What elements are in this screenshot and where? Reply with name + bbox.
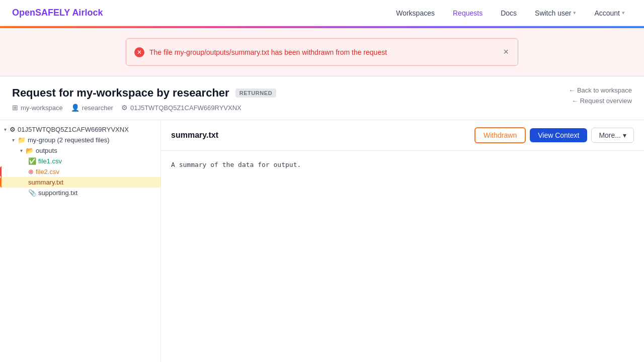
account-chevron-icon: ▾ xyxy=(622,10,625,16)
file-tree-sidebar: ▾ ⚙ 01J5TWTQBQ5Z1CAFW669RYVXNX ▾ 📁 my-gr… xyxy=(0,120,161,362)
root-label: 01J5TWTQBQ5Z1CAFW669RYVXNX xyxy=(18,126,129,133)
group-label: my-group (2 requested files) xyxy=(28,136,110,144)
meta-id: ⚙ 01J5TWTQBQ5Z1CAFW669RYVXNX xyxy=(121,104,242,112)
tree-file-file1csv[interactable]: ✅ file1.csv xyxy=(0,156,160,166)
supporting-icon: 📎 xyxy=(28,189,36,197)
content-filename: summary.txt xyxy=(171,131,218,140)
withdrawn-button[interactable]: Withdrawn xyxy=(474,127,526,143)
main-nav: Workspaces Requests Docs Switch user ▾ A… xyxy=(389,6,632,20)
rejected-icon: ⊗ xyxy=(28,168,34,175)
tree-file-summarytxt[interactable]: summary.txt xyxy=(0,177,160,188)
alert-message: The file my-group/outputs/summary.txt ha… xyxy=(149,48,387,56)
tree-file-supportingtxt[interactable]: 📎 supporting.txt xyxy=(0,188,160,198)
nav-docs[interactable]: Docs xyxy=(494,6,524,20)
approved-icon: ✅ xyxy=(28,157,36,165)
page-header-left: Request for my-workspace by researcher R… xyxy=(12,86,276,112)
layout: ▾ ⚙ 01J5TWTQBQ5Z1CAFW669RYVXNX ▾ 📁 my-gr… xyxy=(0,120,644,362)
content-area: summary.txt Withdrawn View Context More.… xyxy=(161,120,644,362)
alert-close-button[interactable]: × xyxy=(502,46,510,58)
group-chevron-icon: ▾ xyxy=(12,137,15,143)
nav-switch-user[interactable]: Switch user ▾ xyxy=(528,6,583,20)
more-chevron-icon: ▾ xyxy=(623,131,626,139)
outputs-chevron-icon: ▾ xyxy=(20,148,23,153)
nav-account[interactable]: Account ▾ xyxy=(587,6,632,20)
page-meta: ⊞ my-workspace 👤 researcher ⚙ 01J5TWTQBQ… xyxy=(12,104,276,112)
nav-workspaces[interactable]: Workspaces xyxy=(389,6,442,20)
root-chevron-icon: ▾ xyxy=(4,127,7,132)
alert-error-icon: ✕ xyxy=(134,47,144,57)
content-header: summary.txt Withdrawn View Context More.… xyxy=(161,120,644,151)
content-actions: Withdrawn View Context More... ▾ xyxy=(474,127,634,143)
alert-left: ✕ The file my-group/outputs/summary.txt … xyxy=(134,47,387,57)
status-badge: RETURNED xyxy=(235,88,277,98)
alert-container: ✕ The file my-group/outputs/summary.txt … xyxy=(0,28,644,76)
switch-user-chevron-icon: ▾ xyxy=(573,10,576,16)
tree-outputs-folder[interactable]: ▾ 📂 outputs xyxy=(0,145,160,156)
app-logo: OpenSAFELY Airlock xyxy=(12,8,103,18)
tree-file-file2csv[interactable]: ⊗ file2.csv xyxy=(0,166,160,177)
summary-label: summary.txt xyxy=(28,178,63,186)
more-button[interactable]: More... ▾ xyxy=(591,128,634,143)
logo-open: OpenSAFELY xyxy=(12,8,70,18)
alert-banner: ✕ The file my-group/outputs/summary.txt … xyxy=(126,38,518,66)
supporting-label: supporting.txt xyxy=(38,189,77,197)
workspace-icon: ⊞ xyxy=(12,104,18,112)
request-overview-link[interactable]: ← Request overview xyxy=(572,97,632,105)
page-header-right: ← Back to workspace ← Request overview xyxy=(569,86,632,105)
page-title: Request for my-workspace by researcher R… xyxy=(12,86,276,100)
outputs-label: outputs xyxy=(36,147,57,154)
user-icon: 👤 xyxy=(71,104,79,112)
content-text: A summary of the data for output. xyxy=(171,161,301,168)
id-icon: ⚙ xyxy=(121,104,128,112)
tree-root[interactable]: ▾ ⚙ 01J5TWTQBQ5Z1CAFW669RYVXNX xyxy=(0,124,160,135)
file2-label: file2.csv xyxy=(36,168,59,175)
content-body: A summary of the data for output. xyxy=(161,151,644,362)
nav-requests[interactable]: Requests xyxy=(446,6,490,20)
tree-group[interactable]: ▾ 📁 my-group (2 requested files) xyxy=(0,135,160,145)
folder-icon: 📂 xyxy=(26,147,34,154)
file1-label: file1.csv xyxy=(38,157,62,165)
back-to-workspace-link[interactable]: ← Back to workspace xyxy=(569,86,632,94)
group-icon: 📁 xyxy=(18,136,26,144)
root-icon: ⚙ xyxy=(10,126,16,133)
meta-user: 👤 researcher xyxy=(71,104,113,112)
meta-workspace: ⊞ my-workspace xyxy=(12,104,63,112)
view-context-button[interactable]: View Context xyxy=(530,128,587,142)
page-header: Request for my-workspace by researcher R… xyxy=(0,76,644,120)
logo-accent: Airlock xyxy=(72,8,103,18)
